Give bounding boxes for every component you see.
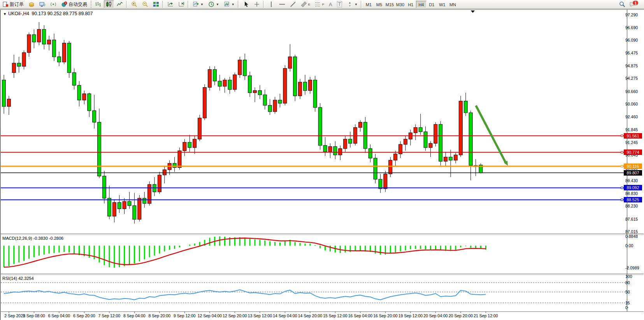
candle-body: [218, 81, 221, 86]
candle-body: [193, 139, 197, 148]
shift-end-button[interactable]: [165, 0, 175, 8]
candle-body: [228, 80, 232, 90]
candle-body: [464, 101, 467, 113]
chevron-down-icon[interactable]: ▼: [3, 12, 7, 16]
time-axis-label: 7 Sep 12:00: [98, 313, 121, 318]
period-button[interactable]: ▼: [206, 0, 221, 8]
notification-badge[interactable]: 1: [632, 0, 639, 5]
candle-body: [323, 146, 327, 152]
add-indicator-button[interactable]: ▼: [191, 0, 205, 8]
signal-icon: [50, 1, 56, 7]
line-handle[interactable]: [621, 199, 623, 201]
horizontal-line-icon: [279, 1, 285, 7]
template-button[interactable]: ▼: [222, 0, 237, 8]
candle-body: [444, 157, 447, 161]
price-level-badge: 90.116: [624, 164, 642, 169]
candle-body: [339, 149, 342, 155]
time-axis-label: 16 Sep 20:00: [373, 313, 397, 318]
zoom-in-button[interactable]: [129, 0, 139, 8]
arrows-tool-button[interactable]: ▼: [345, 0, 360, 8]
text-icon: A: [329, 2, 332, 7]
candle-body: [7, 99, 11, 106]
candle-body: [369, 149, 372, 158]
chart-canvas[interactable]: [1, 9, 644, 320]
crosshair-tool-button[interactable]: [252, 0, 262, 8]
line-handle[interactable]: [621, 165, 623, 167]
time-axis-label: 6 Sep 20:00: [73, 313, 95, 318]
autoscroll-button[interactable]: [176, 0, 186, 8]
line-handle[interactable]: [621, 151, 623, 153]
candle-body: [263, 95, 267, 105]
gold-stack-icon: [28, 1, 35, 7]
candle-body: [88, 94, 91, 111]
timeframe-button-D1[interactable]: D1: [426, 1, 437, 8]
horizontal-line-tool-button[interactable]: [277, 0, 287, 8]
candlestick-mode-button[interactable]: [104, 0, 114, 8]
timeframe-button-M1[interactable]: M1: [363, 1, 374, 8]
timeframe-button-M15[interactable]: M15: [384, 1, 395, 8]
chart-window[interactable]: ▼UKOil-,H4 90.173 90.252 89.775 89.807 M…: [0, 9, 644, 320]
search-icon[interactable]: [619, 1, 625, 7]
candle-body: [47, 40, 51, 44]
price-level-badge: 91.561: [624, 133, 642, 139]
text-label-tool-button[interactable]: T: [335, 0, 344, 8]
time-axis-label: 13 Sep 12:00: [248, 313, 272, 318]
new-order-icon: [2, 1, 9, 7]
price-axis-tick: 87.615: [625, 217, 643, 222]
time-axis-label: 6 Sep 04:00: [48, 313, 70, 318]
candle-body: [404, 139, 407, 144]
timeframe-button-H1[interactable]: H1: [405, 1, 416, 8]
candle-body: [394, 154, 397, 160]
timeframe-button-M5[interactable]: M5: [374, 1, 384, 8]
candle-body: [459, 101, 462, 155]
macd-axis-tick: 0.00: [625, 243, 643, 248]
zoom-out-button[interactable]: [140, 0, 150, 8]
timeframe-button-M30[interactable]: M30: [395, 1, 405, 8]
arrows-icon: [347, 1, 353, 7]
channel-tool-button[interactable]: E: [299, 0, 312, 8]
rsi-axis-tick: 100: [625, 274, 643, 279]
candle-body: [183, 142, 186, 151]
fibonacci-tool-button[interactable]: F: [313, 0, 326, 8]
time-axis-label: 12 Sep 04:00: [198, 313, 222, 318]
candle-body: [243, 60, 247, 76]
candle-body: [344, 139, 347, 148]
bar-chart-mode-button[interactable]: [93, 0, 103, 8]
tile-windows-icon: [153, 1, 159, 7]
macd-indicator-label: MACD(12,26,9) -0.3830 -0.2806: [2, 236, 63, 241]
price-axis-tick: 93.060: [625, 102, 643, 106]
terminal-button[interactable]: [37, 0, 47, 8]
line-chart-mode-button[interactable]: [115, 0, 125, 8]
candle-body: [188, 142, 191, 148]
chevron-down-icon: ▼: [232, 3, 235, 6]
candle-body: [358, 122, 362, 128]
price-level-badge: 88.525: [624, 197, 642, 202]
timeframe-button-W1[interactable]: W1: [437, 1, 447, 8]
time-axis-label: 20 Sep 04:00: [423, 313, 447, 318]
cursor-tool-button[interactable]: [241, 0, 251, 8]
symbol-title[interactable]: ▼UKOil-,H4 90.173 90.252 89.775 89.807: [3, 11, 93, 16]
candle-body: [258, 91, 261, 95]
timeframe-button-MN[interactable]: MN: [447, 1, 458, 8]
market-watch-button[interactable]: [26, 0, 37, 8]
price-level-badge: 89.092: [624, 185, 642, 190]
candle-body: [434, 124, 437, 143]
vertical-line-tool-button[interactable]: [266, 0, 276, 8]
toolbar-separator: [238, 1, 240, 8]
rsi-value: 42.3254: [18, 276, 34, 281]
new-order-label: 新订单: [10, 1, 24, 8]
price-axis-tick: 94.875: [625, 63, 643, 68]
new-order-button[interactable]: 新订单: [0, 0, 26, 8]
macd-axis-tick: 0.8848: [625, 234, 643, 239]
signal-button[interactable]: [48, 0, 58, 8]
candle-body: [37, 29, 41, 42]
trendline-tool-button[interactable]: [288, 0, 298, 8]
candle-body: [278, 100, 282, 103]
candle-body: [158, 175, 161, 192]
line-handle[interactable]: [621, 135, 623, 137]
line-handle[interactable]: [621, 187, 623, 189]
tile-windows-button[interactable]: [151, 0, 161, 8]
text-tool-button[interactable]: A: [327, 0, 334, 8]
timeframe-button-H4[interactable]: H4: [416, 1, 426, 8]
auto-trading-button[interactable]: 自动交易: [59, 0, 89, 8]
